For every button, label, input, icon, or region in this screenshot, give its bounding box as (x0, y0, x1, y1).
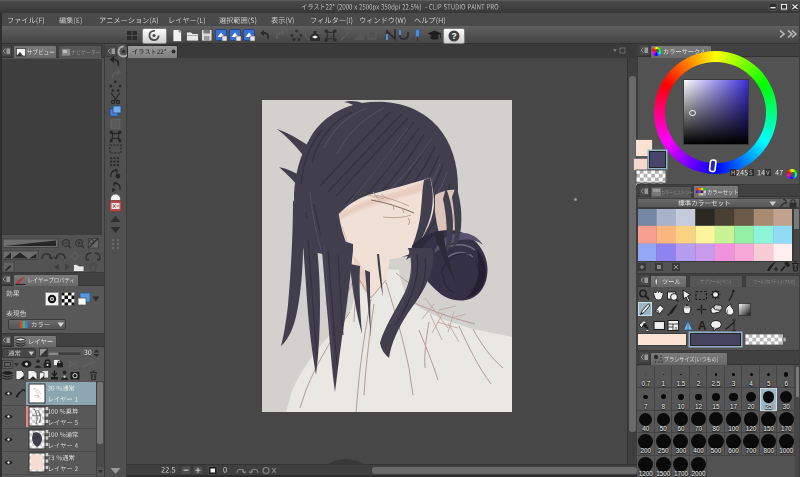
svg-text:a: a (674, 325, 677, 331)
svg-text:A: A (698, 319, 707, 333)
svg-text:?: ? (451, 30, 456, 40)
